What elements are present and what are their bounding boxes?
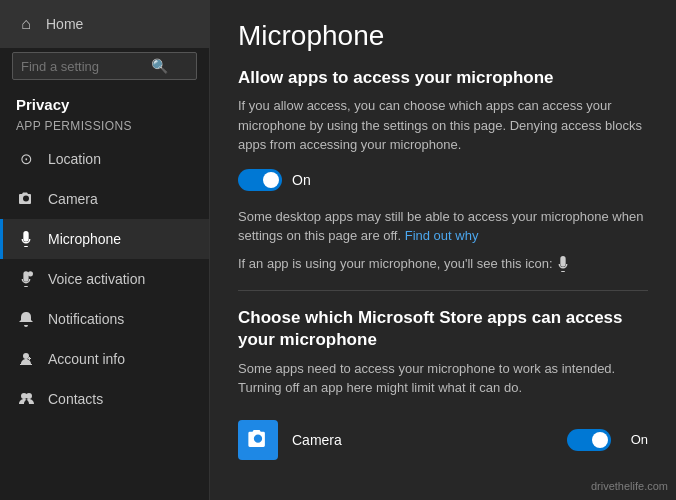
microphone-toggle[interactable]: [238, 169, 282, 191]
sidebar-item-notifications[interactable]: Notifications: [0, 299, 209, 339]
search-input[interactable]: [21, 59, 151, 74]
toggle-knob: [263, 172, 279, 188]
icon-note: If an app is using your microphone, you'…: [238, 256, 648, 272]
search-bar[interactable]: 🔍: [12, 52, 197, 80]
account-icon: [16, 349, 36, 369]
sidebar-contacts-label: Contacts: [48, 391, 103, 407]
notifications-icon: [16, 309, 36, 329]
toggle-on-label: On: [292, 172, 311, 188]
camera-toggle-knob: [592, 432, 608, 448]
camera-toggle[interactable]: [567, 429, 611, 451]
sidebar-camera-label: Camera: [48, 191, 98, 207]
camera-toggle-label: On: [631, 432, 648, 447]
allow-description: If you allow access, you can choose whic…: [238, 96, 648, 155]
choose-heading: Choose which Microsoft Store apps can ac…: [238, 307, 648, 351]
sidebar-item-location[interactable]: ⊙ Location: [0, 139, 209, 179]
sidebar-item-contacts[interactable]: Contacts: [0, 379, 209, 419]
sidebar: ⌂ Home 🔍 Privacy App permissions ⊙ Locat…: [0, 0, 210, 500]
sidebar-location-label: Location: [48, 151, 101, 167]
sidebar-item-voice-activation[interactable]: Voice activation: [0, 259, 209, 299]
sidebar-microphone-label: Microphone: [48, 231, 121, 247]
divider: [238, 290, 648, 291]
camera-app-icon: [238, 420, 278, 460]
watermark: drivethelife.com: [591, 480, 668, 492]
app-row-camera: Camera On: [238, 412, 648, 468]
camera-app-name: Camera: [292, 432, 553, 448]
allow-heading: Allow apps to access your microphone: [238, 68, 648, 88]
sidebar-account-label: Account info: [48, 351, 125, 367]
search-icon: 🔍: [151, 58, 168, 74]
voice-activation-icon: [16, 269, 36, 289]
sidebar-notifications-label: Notifications: [48, 311, 124, 327]
mic-small-icon: [557, 256, 569, 272]
privacy-section-label: Privacy: [0, 90, 209, 115]
camera-icon: [16, 189, 36, 209]
svg-point-0: [28, 271, 33, 276]
desktop-note: Some desktop apps may still be able to a…: [238, 207, 648, 246]
microphone-toggle-row: On: [238, 169, 648, 191]
home-icon: ⌂: [16, 14, 36, 34]
sidebar-item-camera[interactable]: Camera: [0, 179, 209, 219]
sidebar-item-home[interactable]: ⌂ Home: [0, 0, 209, 48]
find-out-why-link[interactable]: Find out why: [405, 228, 479, 243]
microphone-icon: [16, 229, 36, 249]
location-icon: ⊙: [16, 149, 36, 169]
sidebar-item-account-info[interactable]: Account info: [0, 339, 209, 379]
sidebar-home-label: Home: [46, 16, 83, 32]
choose-description: Some apps need to access your microphone…: [238, 359, 648, 398]
contacts-icon: [16, 389, 36, 409]
app-permissions-label: App permissions: [0, 115, 209, 139]
page-title: Microphone: [238, 20, 648, 52]
main-content: Microphone Allow apps to access your mic…: [210, 0, 676, 500]
sidebar-voice-label: Voice activation: [48, 271, 145, 287]
sidebar-item-microphone[interactable]: Microphone: [0, 219, 209, 259]
